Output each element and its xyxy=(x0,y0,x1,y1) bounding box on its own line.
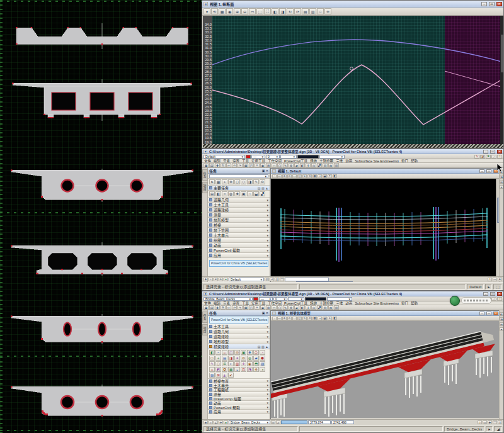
view-tool-icon[interactable]: ✛ xyxy=(324,8,331,14)
view-minimize-button[interactable]: – xyxy=(479,312,484,315)
bridge-tool-icon[interactable]: ⬒ xyxy=(253,361,259,366)
task-tool-icon[interactable]: ➤ xyxy=(209,179,215,184)
view-control-icon[interactable]: ↻ xyxy=(302,174,307,178)
toolbar-icon[interactable]: ◎ xyxy=(311,163,316,167)
task-tool-icon[interactable]: ◨ xyxy=(247,179,253,184)
bridge-tool-icon[interactable]: ▨ xyxy=(260,361,265,366)
toolbar-icon[interactable]: ▰ xyxy=(294,163,299,167)
view-restore-button[interactable]: ▭ xyxy=(486,312,491,315)
task-tool-icon[interactable]: ◧ xyxy=(215,191,221,196)
accusnap-icon[interactable]: ● xyxy=(224,420,228,424)
restore-button[interactable]: ▭ xyxy=(489,2,495,6)
toolbar-icon[interactable]: ▥ xyxy=(334,163,339,167)
close-button[interactable]: ✕ xyxy=(496,2,502,6)
task-tool-icon[interactable]: ▦ xyxy=(215,179,221,184)
view-control-icon[interactable]: ◧ xyxy=(333,174,337,178)
bridge-tool-icon[interactable]: ✔ xyxy=(228,373,234,378)
active-color-swatch[interactable] xyxy=(246,155,251,159)
tasks-panel-header[interactable]: 任务 ▣ ✕ xyxy=(208,310,270,316)
expanded-section-header[interactable]: 桥梁建模 ▤ ▥ ▲ xyxy=(208,344,270,349)
toolbar-icon[interactable]: ▰ xyxy=(294,305,299,310)
bridge-tool-icon[interactable]: ▥ xyxy=(234,361,240,366)
view-control-icon[interactable]: ▭ xyxy=(277,174,282,178)
toolbar-icon[interactable]: ⎘ xyxy=(220,305,226,310)
snap-icon[interactable]: ⌖ xyxy=(209,420,213,424)
bridge-tool-icon[interactable]: ⚙ xyxy=(241,356,246,361)
toolbar-icon[interactable]: ▤ xyxy=(209,163,214,167)
snap-icon[interactable]: ⊿ xyxy=(270,278,274,281)
task-section-row[interactable]: 应用 ▾ xyxy=(208,410,270,414)
snap-icon[interactable]: ⌒ xyxy=(280,278,284,281)
snap-icon[interactable]: ◎ xyxy=(265,278,269,281)
view-control-icon[interactable]: ⊕ xyxy=(282,317,287,320)
task-tool-icon[interactable]: ▤ xyxy=(209,191,215,196)
toolbar-icon[interactable]: ✚ xyxy=(215,163,220,167)
view-control-icon[interactable]: ↻ xyxy=(302,317,307,320)
toolbar-icon[interactable]: ⚙ xyxy=(289,305,294,310)
bridge-tool-icon[interactable]: ◔ xyxy=(260,350,265,355)
toolbar-icon[interactable]: ◉ xyxy=(260,163,265,167)
bridge-tool-icon[interactable]: ⊞ xyxy=(222,361,227,366)
toolbar-icon[interactable]: ◍ xyxy=(328,305,333,310)
tool-icon[interactable]: ✦ xyxy=(500,327,503,331)
wireframe-canvas[interactable] xyxy=(271,179,496,279)
restore-button[interactable]: ▭ xyxy=(490,150,495,154)
lock-toggle-icon[interactable]: ◊ xyxy=(488,278,492,281)
menu-item[interactable]: Subsurface Site Engineering xyxy=(355,301,399,305)
view-control-icon[interactable]: ◑ xyxy=(318,174,322,178)
bridge-tool-icon[interactable]: ◐ xyxy=(228,361,234,366)
toolbar-icon[interactable]: ◎ xyxy=(311,305,316,310)
bridge-tool-icon[interactable]: ✚ xyxy=(247,350,253,355)
toolbar-icon[interactable]: ⎘ xyxy=(220,163,226,167)
tool-icon[interactable]: ◨ xyxy=(500,175,503,179)
toolbar-icon[interactable]: ▨ xyxy=(323,163,328,167)
view-tool-icon[interactable]: ▦ xyxy=(219,8,226,14)
tool-icon[interactable]: ◨ xyxy=(500,317,503,321)
project-tab[interactable]: 项目 xyxy=(202,182,208,193)
toolbar-icon[interactable]: ▦ xyxy=(243,163,248,167)
active-level-status[interactable]: Bridge_Beam_Decks xyxy=(444,426,484,432)
bridge-tool-icon[interactable]: ⌂ xyxy=(222,350,227,355)
plot-scrollbar[interactable] xyxy=(500,16,504,144)
toolbar-icon[interactable]: ◳ xyxy=(249,305,254,310)
bridge-tool-icon[interactable]: ✜ xyxy=(253,367,259,372)
view-control-icon[interactable]: ◑ xyxy=(318,317,322,320)
task-tool-icon[interactable]: ▣ xyxy=(241,191,246,196)
view-control-icon[interactable]: ⛶ xyxy=(292,317,297,320)
view-minimize-button[interactable]: – xyxy=(479,169,484,173)
toolbar-icon[interactable]: ▤ xyxy=(209,305,214,310)
task-tool-icon[interactable]: ⌖ xyxy=(222,179,227,184)
view-tool-icon[interactable]: ⛶ xyxy=(264,8,271,14)
task-tool-icon[interactable]: ◻ xyxy=(234,179,240,184)
active-level-status[interactable]: Default xyxy=(467,284,484,290)
tool-icon[interactable]: ▤ xyxy=(500,180,503,184)
line-style-combo[interactable]: —▾ xyxy=(259,297,273,301)
snap-icon[interactable]: ∠ xyxy=(214,420,218,424)
project-tab[interactable]: 项目 xyxy=(202,324,208,335)
view-close-button[interactable]: ✕ xyxy=(493,312,498,315)
snap-icon[interactable]: ⌒ xyxy=(493,420,497,424)
toolbar-icon[interactable]: ⌖ xyxy=(255,305,260,310)
minimize-button[interactable]: – xyxy=(481,2,487,6)
view-control-icon[interactable]: ◧ xyxy=(333,317,337,320)
snap-icon[interactable]: ✛ xyxy=(219,278,223,281)
close-button[interactable]: ✕ xyxy=(497,292,502,296)
snap-icon[interactable]: ▭ xyxy=(493,278,497,281)
view-control-icon[interactable]: ⊖ xyxy=(287,174,292,178)
view-tool-icon[interactable]: ⊕ xyxy=(234,8,241,14)
task-tool-icon[interactable]: ⬓ xyxy=(253,191,259,196)
bridge-tool-icon[interactable]: ✎ xyxy=(209,361,215,366)
view-tool-icon[interactable]: ⊖ xyxy=(241,8,248,14)
view-tool-icon[interactable]: ◧ xyxy=(272,8,278,14)
task-tool-icon[interactable]: ⚙ xyxy=(260,179,265,184)
bridge-tool-icon[interactable]: ◍ xyxy=(247,356,253,361)
task-section-row[interactable]: 应用 ▾ xyxy=(208,253,270,258)
minimize-button[interactable]: – xyxy=(483,150,488,154)
snap-icon[interactable]: ✛ xyxy=(219,420,223,424)
pin-icon[interactable]: ▣ ✕ xyxy=(262,311,268,315)
resize-grip[interactable]: ◢ xyxy=(494,426,502,432)
profile-plot-area[interactable] xyxy=(212,16,504,144)
view-control-icon[interactable]: ⊖ xyxy=(287,317,292,320)
view-control-icon[interactable]: ▭ xyxy=(277,317,282,320)
toolbar-icon[interactable]: ◻ xyxy=(272,163,277,167)
